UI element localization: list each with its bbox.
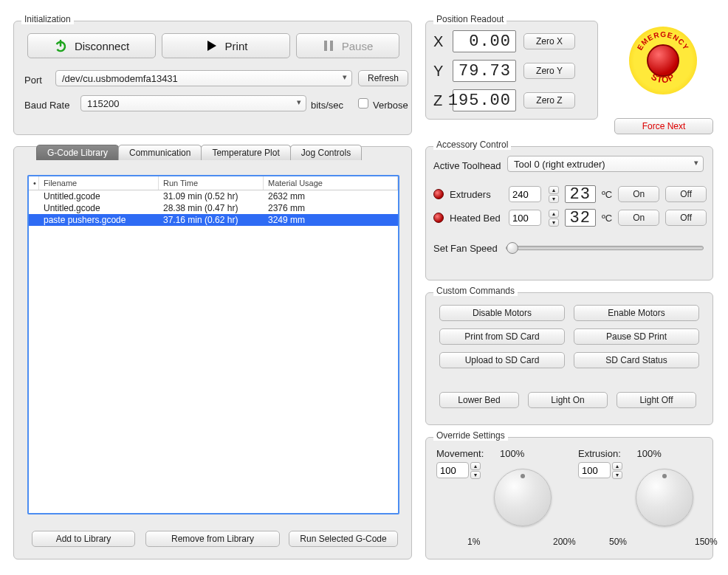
extruder-indicator-icon xyxy=(433,189,444,199)
tab-communication-label: Communication xyxy=(129,148,190,158)
disconnect-button[interactable]: Disconnect xyxy=(27,33,156,58)
cell-filename: Untitled.gcode xyxy=(39,202,159,214)
tab-communication[interactable]: Communication xyxy=(118,145,202,160)
zero-y-label: Zero Y xyxy=(536,66,563,76)
refresh-button[interactable]: Refresh xyxy=(358,70,408,86)
z-axis-label: Z xyxy=(433,92,445,109)
bed-set-temp-stepper[interactable]: ▴▾ xyxy=(549,210,559,226)
port-select[interactable]: /dev/cu.usbmodemfa13431 xyxy=(55,70,352,86)
y-axis-label: Y xyxy=(433,63,445,80)
bed-off-button[interactable]: Off xyxy=(665,210,707,226)
heated-bed-label: Heated Bed xyxy=(450,213,503,224)
force-next-button[interactable]: Force Next xyxy=(614,118,713,134)
verbose-checkbox[interactable] xyxy=(358,98,368,109)
extruder-on-button[interactable]: On xyxy=(618,186,659,202)
lower-bed-button[interactable]: Lower Bed xyxy=(439,392,519,408)
force-next-label: Force Next xyxy=(642,121,686,131)
slider-knob-icon xyxy=(506,242,518,254)
add-to-library-button[interactable]: Add to Library xyxy=(32,531,135,547)
active-toolhead-select[interactable]: Tool 0 (right extruder) xyxy=(507,156,704,172)
degc-label: ºC xyxy=(602,189,612,200)
extrusion-stepper[interactable]: ▴▾ xyxy=(612,462,622,478)
extrusion-dial[interactable] xyxy=(636,469,693,526)
refresh-label: Refresh xyxy=(368,73,399,83)
add-to-library-label: Add to Library xyxy=(56,534,111,544)
tab-gcode-library[interactable]: G-Code Library xyxy=(36,145,119,160)
bed-indicator-icon xyxy=(433,213,444,223)
extruder-set-temp-input[interactable] xyxy=(509,186,541,202)
tab-temperature-plot[interactable]: Temperature Plot xyxy=(201,145,290,160)
z-readout: 195.00 xyxy=(453,89,516,111)
movement-label: Movement: xyxy=(436,448,484,459)
col-marker: • xyxy=(29,176,39,190)
baud-select[interactable]: 115200 xyxy=(80,95,306,111)
col-runtime[interactable]: Run Time xyxy=(159,176,264,190)
cell-material: 2376 mm xyxy=(264,202,398,214)
extrusion-min-label: 50% xyxy=(609,537,627,547)
port-value: /dev/cu.usbmodemfa13431 xyxy=(62,73,178,84)
pause-label: Pause xyxy=(342,40,374,52)
run-selected-gcode-button[interactable]: Run Selected G-Code xyxy=(289,531,398,547)
zero-y-button[interactable]: Zero Y xyxy=(523,63,575,79)
play-icon xyxy=(205,39,218,52)
bed-on-button[interactable]: On xyxy=(618,210,659,226)
light-on-button[interactable]: Light On xyxy=(528,392,608,408)
remove-from-library-label: Remove from Library xyxy=(171,534,254,544)
emergency-stop-icon xyxy=(647,44,679,77)
bed-temp-readout: 32 xyxy=(565,209,596,227)
emergency-stop-button[interactable]: EMERGENCY STOP xyxy=(629,27,697,94)
col-material[interactable]: Material Usage xyxy=(264,176,398,190)
degc-label: ºC xyxy=(602,213,612,224)
extruders-label: Extruders xyxy=(450,189,503,200)
svg-rect-3 xyxy=(324,41,327,51)
svg-rect-4 xyxy=(330,41,333,51)
pause-sd-print-button[interactable]: Pause SD Print xyxy=(574,328,699,345)
table-row[interactable]: Untitled.gcode 28.38 min (0.47 hr) 2376 … xyxy=(29,202,398,214)
pause-icon xyxy=(323,40,334,52)
tab-jog-controls[interactable]: Jog Controls xyxy=(290,145,362,160)
extruder-set-temp-stepper[interactable]: ▴▾ xyxy=(549,186,559,202)
custom-legend: Custom Commands xyxy=(433,286,518,296)
active-toolhead-label: Active Toolhead xyxy=(433,160,501,171)
accessory-legend: Accessory Control xyxy=(433,140,511,150)
power-icon xyxy=(54,39,67,52)
run-selected-gcode-label: Run Selected G-Code xyxy=(300,534,386,544)
print-button[interactable]: Print xyxy=(162,33,290,58)
print-from-sd-button[interactable]: Print from SD Card xyxy=(439,328,565,345)
table-row[interactable]: Untitled.gcode 31.09 min (0.52 hr) 2632 … xyxy=(29,190,398,202)
table-row[interactable]: paste pushers.gcode 37.16 min (0.62 hr) … xyxy=(29,214,398,226)
pause-button[interactable]: Pause xyxy=(296,33,399,58)
position-legend: Position Readout xyxy=(433,14,506,24)
movement-stepper[interactable]: ▴▾ xyxy=(470,462,481,478)
zero-x-button[interactable]: Zero X xyxy=(523,33,575,49)
fan-speed-slider[interactable] xyxy=(506,246,704,250)
col-filename[interactable]: Filename xyxy=(39,176,159,190)
remove-from-library-button[interactable]: Remove from Library xyxy=(145,531,280,547)
extruder-temp-readout: 23 xyxy=(565,185,596,203)
movement-input[interactable] xyxy=(436,462,469,478)
verbose-label: Verbose xyxy=(373,100,408,111)
bed-set-temp-input[interactable] xyxy=(509,210,541,226)
tab-gcode-library-label: G-Code Library xyxy=(47,148,108,158)
sd-card-status-button[interactable]: SD Card Status xyxy=(574,352,699,368)
extrusion-input[interactable] xyxy=(578,462,611,478)
port-label: Port xyxy=(24,75,42,86)
svg-marker-2 xyxy=(207,41,216,51)
extruder-off-button[interactable]: Off xyxy=(665,186,707,202)
enable-motors-button[interactable]: Enable Motors xyxy=(574,305,699,321)
light-off-button[interactable]: Light Off xyxy=(617,392,696,408)
baud-unit: bits/sec xyxy=(311,100,343,111)
gcode-file-list[interactable]: • Filename Run Time Material Usage Untit… xyxy=(27,175,399,514)
zero-x-label: Zero X xyxy=(536,36,563,47)
fan-speed-label: Set Fan Speed xyxy=(433,243,498,254)
cell-material: 2632 mm xyxy=(264,190,398,202)
x-axis-label: X xyxy=(433,33,445,50)
movement-min-label: 1% xyxy=(467,537,480,547)
upload-to-sd-button[interactable]: Upload to SD Card xyxy=(439,352,565,368)
active-toolhead-value: Tool 0 (right extruder) xyxy=(514,159,605,170)
disconnect-label: Disconnect xyxy=(75,40,129,52)
disable-motors-button[interactable]: Disable Motors xyxy=(439,305,565,321)
extrusion-max-label: 150% xyxy=(695,537,718,547)
movement-dial[interactable] xyxy=(494,469,552,526)
zero-z-button[interactable]: Zero Z xyxy=(523,92,575,109)
